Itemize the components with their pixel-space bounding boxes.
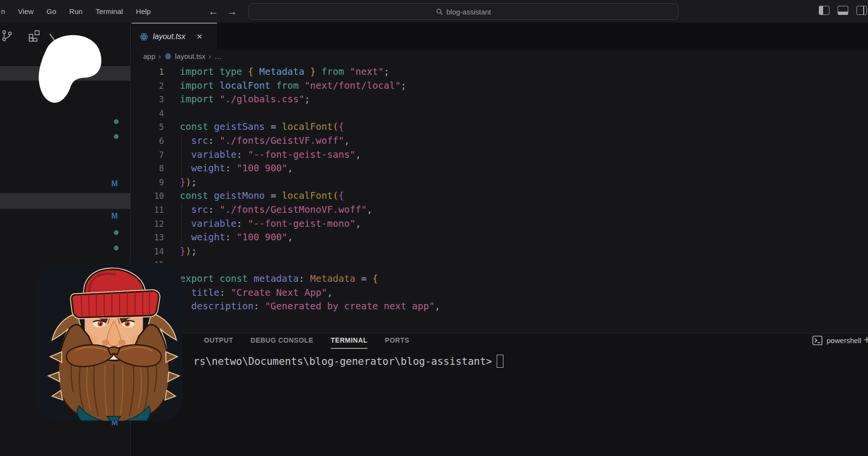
tab-label: layout.tsx (153, 32, 186, 41)
breadcrumb: app › layout.tsx › … (143, 50, 222, 63)
toggle-secondary-sidebar-icon[interactable] (856, 6, 867, 15)
terminal-icon (812, 335, 823, 345)
line-number: 3 (131, 93, 164, 107)
line-number: 12 (131, 217, 164, 231)
code-line: 6 src: "./fonts/GeistVF.woff", (131, 134, 868, 148)
tab-layout-tsx[interactable]: layout.tsx ✕ (132, 23, 217, 50)
code-line: 16export const metadata: Metadata = { (131, 272, 868, 286)
code-line: 10const geistMono = localFont({ (131, 189, 868, 203)
git-modified-badge: M (111, 180, 118, 188)
panel-tab-terminal[interactable]: TERMINAL (331, 336, 367, 349)
search-icon (436, 8, 443, 15)
code-text: }); (180, 177, 197, 188)
line-number: 8 (131, 162, 164, 176)
code-line: 15 (131, 258, 868, 272)
line-number: 2 (131, 79, 164, 93)
code-text: src: "./fonts/GeistVF.woff", (180, 135, 350, 146)
terminal-cursor (497, 355, 503, 368)
code-text: import type { Metadata } from "next"; (180, 66, 390, 77)
layout-controls (819, 6, 867, 15)
code-text: title: "Create Next App", (180, 287, 333, 298)
react-icon (164, 53, 172, 60)
panel-tab-debug-console[interactable]: DEBUG CONSOLE (251, 336, 313, 349)
line-number: 6 (131, 134, 164, 148)
nav-back-button[interactable]: ← (208, 0, 218, 23)
vscode-window: nViewGoRunTerminalHelp ← → blog-assistan… (0, 0, 868, 456)
chevron-right-icon: › (159, 53, 161, 60)
line-number: 13 (131, 231, 164, 245)
bottom-panel: OUTPUTDEBUG CONSOLETERMINALPORTS powersh… (131, 333, 868, 456)
panel-tab-ports[interactable]: PORTS (385, 336, 409, 349)
back-arrow-icon: ← (208, 6, 218, 17)
code-line: 3import "./globals.css"; (131, 93, 868, 107)
search-value: blog-assistant (447, 8, 491, 16)
code-text: import localFont from "next/font/local"; (180, 80, 407, 91)
git-modified-badge: M (111, 212, 118, 221)
git-untracked-dot (114, 230, 119, 235)
panel-tab-output[interactable]: OUTPUT (204, 336, 233, 349)
line-number: 11 (131, 203, 164, 217)
command-center-search[interactable]: blog-assistant (248, 3, 678, 20)
code-line: 11 src: "./fonts/GeistMonoVF.woff", (131, 203, 868, 217)
sidebar-selected-row[interactable] (0, 193, 130, 209)
git-untracked-dot (114, 246, 119, 250)
git-untracked-dot (114, 119, 119, 124)
lumberjack-avatar (35, 263, 182, 421)
breadcrumb-app[interactable]: app (143, 52, 155, 60)
code-text: }); (180, 246, 197, 257)
code-line: 14}); (131, 245, 868, 259)
code-text: weight: "100 900", (180, 163, 293, 174)
overlay-blob-shape (0, 0, 125, 116)
terminal-prompt: rs\netwo\Documents\blog-generator\blog-a… (193, 356, 492, 367)
code-text: description: "Generated by create next a… (180, 301, 440, 312)
git-untracked-dot (114, 134, 119, 139)
code-text: src: "./fonts/GeistMonoVF.woff", (180, 204, 372, 215)
tab-close-icon[interactable]: ✕ (197, 32, 203, 41)
line-number: 10 (131, 189, 164, 203)
breadcrumb-symbol[interactable]: … (215, 52, 222, 60)
code-text: const geistMono = localFont({ (180, 190, 344, 201)
tab-bar: layout.tsx ✕ (131, 23, 868, 50)
nav-forward-button[interactable]: → (227, 0, 237, 23)
breadcrumb-file[interactable]: layout.tsx (175, 52, 205, 60)
code-line: 13 weight: "100 900", (131, 231, 868, 245)
indent-guide (181, 204, 182, 245)
code-text: variable: "--font-geist-sans", (180, 149, 361, 160)
code-line: 1import type { Metadata } from "next"; (131, 65, 868, 79)
code-line: 12 variable: "--font-geist-mono", (131, 217, 868, 231)
code-text: import "./globals.css"; (180, 94, 310, 105)
code-line: 9}); (131, 176, 868, 190)
titlebar: nViewGoRunTerminalHelp ← → blog-assistan… (0, 0, 868, 23)
menu-item-help[interactable]: Help (136, 7, 151, 15)
code-line: 4 (131, 107, 868, 121)
code-text: variable: "--font-geist-mono", (180, 218, 361, 229)
line-number: 9 (131, 176, 164, 190)
code-line: 8 weight: "100 900", (131, 162, 868, 176)
line-number: 5 (131, 120, 164, 134)
code-line: 2import localFont from "next/font/local"… (131, 79, 868, 93)
line-number: 1 (131, 65, 164, 79)
toggle-panel-icon[interactable] (838, 6, 848, 15)
shell-label[interactable]: powershell (827, 336, 861, 345)
code-text: const geistSans = localFont({ (180, 121, 344, 132)
line-number: 14 (131, 245, 164, 259)
react-icon (139, 32, 149, 41)
code-line: 17 title: "Create Next App", (131, 286, 868, 300)
code-line: 5const geistSans = localFont({ (131, 120, 868, 134)
toggle-primary-sidebar-icon[interactable] (819, 6, 829, 15)
panel-tabs: OUTPUTDEBUG CONSOLETERMINALPORTS (204, 336, 409, 349)
code-line: 7 variable: "--font-geist-sans", (131, 148, 868, 162)
code-editor[interactable]: 1import type { Metadata } from "next";2i… (131, 65, 868, 314)
code-text: weight: "100 900", (180, 232, 293, 243)
terminal-toolbar: powershell (812, 335, 861, 345)
chevron-right-icon: › (209, 53, 211, 60)
terminal-content[interactable]: rs\netwo\Documents\blog-generator\blog-a… (193, 355, 503, 368)
indent-guide (181, 135, 182, 176)
code-text: export const metadata: Metadata = { (180, 273, 378, 284)
forward-arrow-icon: → (227, 6, 237, 17)
line-number: 4 (131, 107, 164, 121)
code-line: 18 description: "Generated by create nex… (131, 300, 868, 314)
new-terminal-button[interactable]: + (864, 333, 868, 346)
line-number: 7 (131, 148, 164, 162)
